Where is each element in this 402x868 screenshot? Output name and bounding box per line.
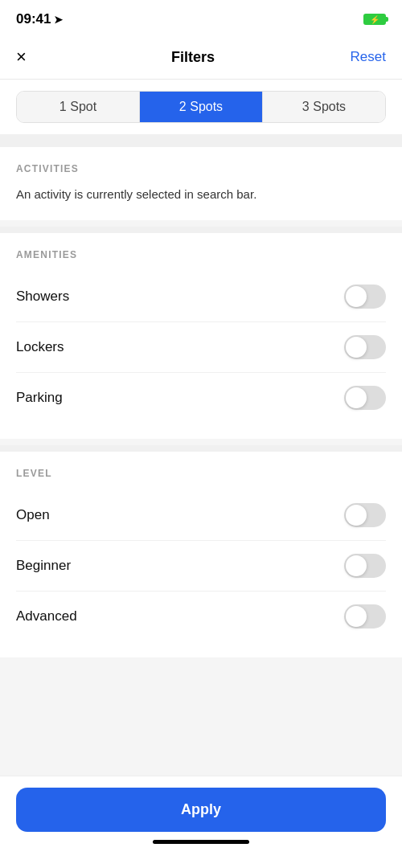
status-bar: 09:41 ➤ ⚡ <box>0 0 402 35</box>
amenity-parking-row: Parking <box>16 373 386 423</box>
amenity-lockers-toggle[interactable] <box>344 335 386 359</box>
toggle-knob <box>346 505 367 526</box>
level-beginner-row: Beginner <box>16 541 386 592</box>
apply-button[interactable]: Apply <box>16 788 386 832</box>
activities-section: ACTIVITIES An activity is currently sele… <box>0 147 402 220</box>
level-open-label: Open <box>16 507 50 523</box>
section-divider-2 <box>0 227 402 233</box>
amenity-parking-toggle[interactable] <box>344 386 386 410</box>
amenities-section: AMENITIES Showers Lockers Parking <box>0 233 402 439</box>
level-advanced-row: Advanced <box>16 592 386 641</box>
toggle-knob <box>346 555 367 576</box>
battery-indicator: ⚡ <box>363 14 386 25</box>
level-beginner-toggle[interactable] <box>344 554 386 578</box>
status-time: 09:41 ➤ <box>16 11 63 27</box>
activities-title: ACTIVITIES <box>16 163 386 174</box>
reset-button[interactable]: Reset <box>338 49 386 65</box>
header-title: Filters <box>171 49 215 66</box>
level-section: LEVEL Open Beginner Advanced <box>0 452 402 657</box>
level-open-row: Open <box>16 490 386 541</box>
amenity-showers-label: Showers <box>16 289 69 305</box>
toggle-knob <box>346 337 367 358</box>
spot-2-button[interactable]: 2 Spots <box>140 92 263 122</box>
battery-icon: ⚡ <box>363 14 386 25</box>
toggle-knob <box>346 286 367 307</box>
level-beginner-label: Beginner <box>16 558 71 574</box>
navigation-icon: ➤ <box>54 14 63 26</box>
amenity-lockers-label: Lockers <box>16 339 64 355</box>
spots-selector: 1 Spot 2 Spots 3 Spots <box>16 91 386 123</box>
toggle-knob <box>346 606 367 627</box>
amenities-title: AMENITIES <box>16 249 386 260</box>
spot-3-button[interactable]: 3 Spots <box>263 92 385 122</box>
level-title: LEVEL <box>16 468 386 479</box>
apply-area: Apply <box>0 776 402 868</box>
header: × Filters Reset <box>0 35 402 80</box>
activities-note: An activity is currently selected in sea… <box>16 186 386 204</box>
amenity-showers-row: Showers <box>16 272 386 322</box>
main-content: 1 Spot 2 Spots 3 Spots ACTIVITIES An act… <box>0 80 402 760</box>
amenity-parking-label: Parking <box>16 390 63 406</box>
level-advanced-toggle[interactable] <box>344 604 386 628</box>
amenity-lockers-row: Lockers <box>16 322 386 373</box>
section-divider-1 <box>0 141 402 147</box>
spots-section: 1 Spot 2 Spots 3 Spots <box>0 80 402 141</box>
toggle-knob <box>346 387 367 408</box>
amenity-showers-toggle[interactable] <box>344 285 386 309</box>
spot-1-button[interactable]: 1 Spot <box>17 92 140 122</box>
section-divider-3 <box>0 445 402 452</box>
level-advanced-label: Advanced <box>16 608 77 624</box>
level-open-toggle[interactable] <box>344 503 386 527</box>
close-button[interactable]: × <box>16 47 48 68</box>
home-indicator <box>153 840 249 844</box>
